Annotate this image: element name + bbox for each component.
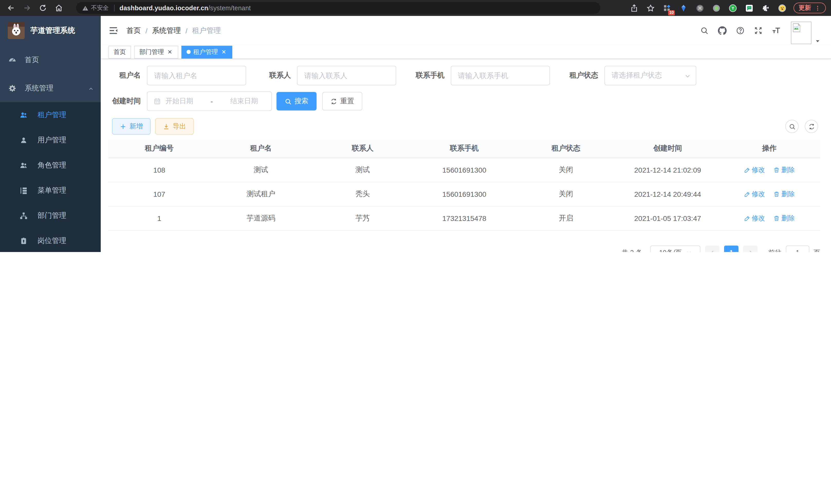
chevron-down-icon — [686, 250, 691, 252]
sidebar-item-dept[interactable]: 部门管理 — [0, 203, 101, 228]
contact-input[interactable] — [297, 66, 396, 85]
tenant-table: 租户编号 租户名 联系人 联系手机 租户状态 创建时间 操作 108 测试 — [109, 140, 820, 230]
delete-link[interactable]: 删除 — [774, 165, 795, 174]
sidebar-item-role[interactable]: 角色管理 — [0, 153, 101, 178]
back-icon[interactable] — [5, 2, 17, 13]
sidebar-item-home[interactable]: 首页 — [0, 46, 101, 74]
divider — [114, 5, 114, 11]
mobile-input[interactable] — [451, 66, 550, 85]
table-toolbar: 新增 导出 — [112, 118, 820, 135]
github-icon[interactable] — [717, 26, 727, 35]
tab-dept[interactable]: 部门管理 ✕ — [134, 46, 178, 58]
app-title: 芋道管理系统 — [30, 25, 75, 35]
add-button[interactable]: 新增 — [112, 118, 150, 135]
delete-link[interactable]: 删除 — [774, 189, 795, 199]
next-page-button[interactable] — [743, 245, 757, 252]
prev-page-button[interactable] — [705, 245, 719, 252]
page-number-current[interactable]: 1 — [724, 245, 739, 252]
command-extension-icon[interactable]: ⌘ — [695, 3, 705, 13]
security-indicator[interactable]: 不安全 — [82, 4, 109, 12]
fullscreen-icon[interactable] — [753, 26, 763, 35]
end-date-placeholder: 结束日期 — [230, 97, 258, 106]
edit-link[interactable]: 修改 — [744, 165, 765, 174]
app-logo-row[interactable]: 芋道管理系统 — [0, 16, 101, 45]
sidebar-item-tenant[interactable]: 租户管理 — [0, 102, 101, 127]
bookmark-star-icon[interactable] — [646, 3, 656, 13]
home-icon[interactable] — [53, 2, 64, 13]
search-icon — [285, 98, 291, 105]
edit-icon — [744, 191, 750, 197]
breadcrumb-home[interactable]: 首页 — [126, 26, 141, 35]
edit-link[interactable]: 修改 — [744, 213, 765, 223]
tab-home[interactable]: 首页 — [109, 46, 131, 58]
chat-extension-icon[interactable] — [744, 3, 754, 13]
status-text: 开启 — [515, 206, 617, 230]
font-size-icon[interactable] — [771, 26, 781, 35]
plus-icon — [120, 123, 126, 130]
search-icon[interactable] — [699, 26, 709, 35]
sidebar: 芋道管理系统 首页 系统管理 租户管理 — [0, 16, 101, 252]
tenant-name-input[interactable] — [147, 66, 246, 85]
refresh-button[interactable] — [805, 120, 818, 133]
dot-extension-icon[interactable] — [711, 3, 721, 13]
forward-icon[interactable] — [21, 2, 32, 13]
chevron-right-icon — [747, 250, 753, 252]
user-avatar[interactable] — [791, 22, 811, 44]
close-icon[interactable]: ✕ — [167, 49, 173, 55]
create-time-range-picker[interactable]: 开始日期 - 结束日期 — [147, 91, 272, 111]
table-row: 108 测试 测试 15601691300 关闭 2021-12-14 21:0… — [109, 158, 820, 182]
page-unit-label: 页 — [813, 248, 820, 252]
calendar-icon — [154, 98, 161, 105]
gem-extension-icon[interactable] — [678, 3, 689, 13]
post-badge-icon — [20, 237, 28, 245]
search-button[interactable]: 搜索 — [277, 92, 317, 111]
logo-image — [8, 22, 25, 39]
reset-button[interactable]: 重置 — [322, 92, 362, 111]
breadcrumb-current: 租户管理 — [192, 26, 221, 35]
help-icon[interactable] — [736, 26, 745, 35]
org-chart-icon — [20, 211, 28, 219]
table-header-row: 租户编号 租户名 联系人 联系手机 租户状态 创建时间 操作 — [109, 140, 820, 158]
tab-tenant[interactable]: 租户管理 ✕ — [181, 46, 232, 58]
col-tenant-name: 租户名 — [210, 140, 312, 158]
trash-icon — [774, 167, 780, 173]
sidebar-collapse-icon[interactable] — [109, 26, 118, 35]
share-icon[interactable] — [629, 3, 639, 13]
roles-icon — [20, 161, 28, 169]
reload-icon[interactable] — [37, 2, 48, 13]
col-actions: 操作 — [718, 140, 820, 158]
sidebar-item-system[interactable]: 系统管理 — [0, 74, 101, 102]
sidebar-item-menu[interactable]: 菜单管理 — [0, 178, 101, 203]
refresh-icon — [808, 123, 815, 130]
close-icon[interactable]: ✕ — [221, 49, 227, 55]
chrome-update-button[interactable]: 更新 — [794, 3, 826, 13]
show-search-button[interactable] — [785, 120, 799, 133]
puzzle-extensions-icon[interactable] — [761, 3, 771, 13]
start-date-placeholder: 开始日期 — [166, 97, 193, 106]
sidebar-item-post[interactable]: 岗位管理 — [0, 228, 101, 252]
avatar-caret-icon[interactable] — [815, 36, 820, 41]
refresh-icon — [331, 98, 337, 105]
col-mobile: 联系手机 — [413, 140, 515, 158]
edit-icon — [744, 167, 750, 173]
gauge-icon — [8, 56, 17, 64]
table-row: 107 测试租户 秃头 15601691300 关闭 2021-12-14 20… — [109, 182, 820, 206]
edit-link[interactable]: 修改 — [744, 189, 765, 199]
sidebar-item-user[interactable]: 用户管理 — [0, 127, 101, 153]
breadcrumb: 首页 / 系统管理 / 租户管理 — [126, 26, 221, 35]
extension-badge: 10 — [668, 10, 675, 15]
browser-toolbar: 不安全 dashboard.yudao.iocoder.cn/system/te… — [0, 0, 831, 16]
goto-page-input[interactable] — [786, 245, 809, 252]
breadcrumb-section[interactable]: 系统管理 — [152, 26, 181, 35]
filter-row-1: 租户名 联系人 联系手机 租户状态 请选择租户状态 — [109, 66, 820, 85]
profile-avatar-icon[interactable] — [777, 3, 787, 13]
extension-grid-icon[interactable]: 10 — [662, 3, 672, 13]
y-extension-icon[interactable]: Y — [728, 3, 738, 13]
export-button[interactable]: 导出 — [155, 118, 194, 135]
col-status: 租户状态 — [515, 140, 617, 158]
kebab-menu-icon — [814, 5, 821, 11]
page-size-select[interactable]: 10条/页 — [650, 245, 700, 252]
url-bar[interactable]: 不安全 dashboard.yudao.iocoder.cn/system/te… — [76, 2, 600, 14]
status-select[interactable]: 请选择租户状态 — [604, 66, 696, 85]
delete-link[interactable]: 删除 — [774, 213, 795, 223]
